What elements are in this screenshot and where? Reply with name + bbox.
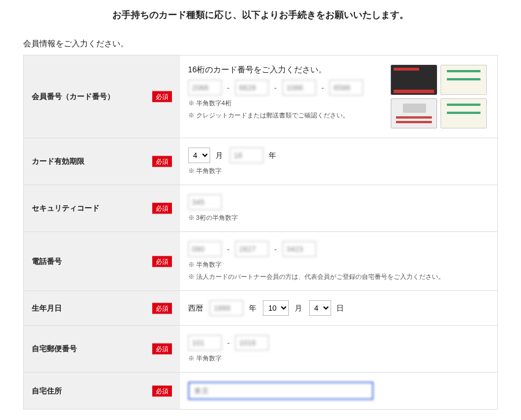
page-heading: お手持ちのカード種類に応じ、以下よりお手続きをお願いいたします。 bbox=[23, 6, 498, 39]
card-no-1[interactable] bbox=[188, 80, 222, 95]
cvv-note: ※ 3桁の半角数字 bbox=[188, 213, 490, 222]
required-badge: 必須 bbox=[152, 385, 172, 396]
label-dob: 生年月日 bbox=[32, 304, 62, 312]
dash: - bbox=[318, 83, 327, 92]
postal-note: ※ 半角数字 bbox=[188, 354, 490, 363]
card-sample-light-icon bbox=[441, 65, 487, 95]
card-sample-gray-icon bbox=[391, 98, 437, 128]
required-badge: 必須 bbox=[152, 256, 172, 267]
label-address: 自宅住所 bbox=[32, 386, 62, 395]
dash: - bbox=[223, 83, 233, 92]
label-expiry: カード有効期限 bbox=[32, 157, 85, 165]
expiry-year-input[interactable] bbox=[230, 148, 263, 163]
unit-day: 日 bbox=[333, 303, 348, 314]
label-card-no: 会員番号（カード番号） bbox=[32, 92, 115, 101]
member-info-form: 会員番号（カード番号） 必須 16桁のカード番号をご入力ください。 - - bbox=[23, 55, 498, 410]
card-sample-images bbox=[391, 65, 489, 128]
card-sample-dark-icon bbox=[391, 65, 437, 95]
phone-1[interactable] bbox=[188, 241, 222, 257]
dob-month-select[interactable]: 10 bbox=[263, 300, 289, 316]
phone-note-1: ※ 半角数字 bbox=[188, 260, 490, 269]
card-note-1: ※ 半角数字4桁 bbox=[188, 99, 381, 108]
cvv-input[interactable] bbox=[188, 194, 222, 210]
required-badge: 必須 bbox=[152, 203, 172, 214]
card-note-2: ※ クレジットカードまたは郵送書類でご確認ください。 bbox=[188, 111, 381, 120]
label-cvv: セキュリティコード bbox=[32, 204, 100, 212]
card-instruction: 16桁のカード番号をご入力ください。 bbox=[188, 65, 381, 75]
dob-day-select[interactable]: 4 bbox=[309, 300, 331, 316]
expiry-month-select[interactable]: 4 bbox=[188, 148, 210, 163]
unit-year: 年 bbox=[265, 150, 281, 161]
label-phone: 電話番号 bbox=[32, 257, 62, 266]
card-no-4[interactable] bbox=[329, 80, 363, 95]
card-sample-light2-icon bbox=[441, 98, 487, 128]
label-postal: 自宅郵便番号 bbox=[32, 344, 77, 353]
unit-month: 月 bbox=[291, 303, 307, 314]
postal-1[interactable] bbox=[188, 335, 222, 351]
required-badge: 必須 bbox=[152, 156, 172, 167]
subheading: 会員情報をご入力ください。 bbox=[23, 39, 498, 55]
expiry-note: ※ 半角数字 bbox=[188, 167, 490, 175]
dash: - bbox=[223, 338, 233, 347]
phone-3[interactable] bbox=[282, 241, 316, 257]
dash: - bbox=[223, 245, 233, 253]
required-badge: 必須 bbox=[152, 91, 172, 102]
dash: - bbox=[271, 245, 280, 253]
dash: - bbox=[271, 83, 280, 92]
required-badge: 必須 bbox=[152, 303, 172, 314]
card-no-3[interactable] bbox=[282, 80, 316, 95]
card-no-2[interactable] bbox=[235, 80, 269, 95]
postal-2[interactable] bbox=[235, 335, 269, 351]
era-label: 西暦 bbox=[188, 303, 208, 314]
unit-month: 月 bbox=[212, 150, 228, 161]
unit-year: 年 bbox=[245, 303, 261, 314]
required-badge: 必須 bbox=[152, 344, 172, 355]
dob-year-input[interactable] bbox=[210, 300, 243, 316]
phone-2[interactable] bbox=[235, 241, 269, 257]
phone-note-2: ※ 法人カードのパートナー会員の方は、代表会員がご登録の自宅番号をご入力ください… bbox=[188, 272, 490, 281]
address-input[interactable] bbox=[188, 382, 373, 400]
